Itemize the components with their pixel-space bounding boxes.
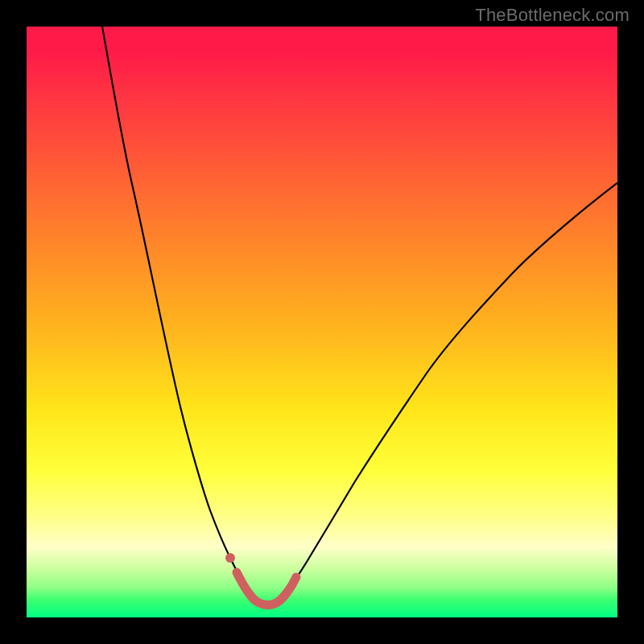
plot-area (27, 27, 617, 617)
left-curve (102, 27, 254, 599)
chart-frame: TheBottleneck.com (0, 0, 644, 644)
watermark-text: TheBottleneck.com (475, 5, 630, 26)
curve-layer (27, 27, 617, 617)
highlight-dot (225, 553, 235, 563)
highlight-segment (237, 572, 296, 605)
right-curve (281, 183, 617, 600)
